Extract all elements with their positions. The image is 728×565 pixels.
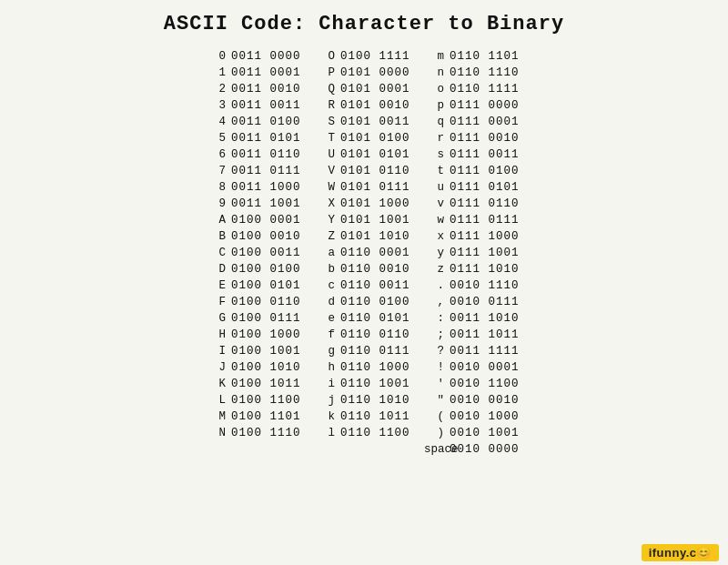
char-cell: f	[315, 327, 340, 343]
bin-cell: 0110 0101	[340, 310, 413, 327]
table-row: g0110 0111	[315, 343, 413, 359]
char-cell: (	[424, 409, 450, 425]
table-row: U0101 0101	[315, 146, 413, 163]
bin-cell: 0111 1001	[450, 245, 522, 261]
bin-cell: 0010 0001	[450, 359, 522, 376]
bin-cell: 0101 1000	[340, 196, 413, 212]
table-row: q0111 0001	[424, 114, 522, 130]
bin-cell: 0110 1111	[450, 81, 522, 97]
table-row: !0010 0001	[424, 359, 522, 376]
table-row: X0101 1000	[315, 196, 413, 212]
char-cell: "	[424, 392, 450, 409]
table-row: d0110 0100	[315, 294, 413, 310]
table-row: x0111 1000	[424, 228, 522, 245]
bin-cell: 0011 0110	[231, 146, 304, 163]
table-row: Q0101 0001	[315, 81, 413, 97]
bin-cell: 0101 0110	[340, 163, 413, 179]
table-row: )0010 1001	[424, 425, 522, 441]
bin-cell: 0111 0001	[450, 114, 522, 130]
bin-cell: 0011 0111	[231, 163, 304, 179]
char-cell: w	[424, 212, 450, 228]
table-row: O0100 1111	[315, 48, 413, 65]
char-cell: 7	[206, 163, 231, 179]
table-row: 50011 0101	[206, 130, 304, 146]
char-cell: 2	[206, 81, 231, 97]
char-cell: B	[206, 228, 231, 245]
table-row: C0100 0011	[206, 245, 304, 261]
bin-cell: 0110 1001	[340, 376, 413, 392]
bin-cell: 0101 0000	[340, 65, 413, 81]
char-cell: )	[424, 425, 450, 441]
table-row: 20011 0010	[206, 81, 304, 97]
char-cell: c	[315, 277, 340, 294]
bin-cell: 0111 0000	[450, 97, 522, 114]
char-cell: e	[315, 310, 340, 327]
bin-cell: 0010 1001	[450, 425, 522, 441]
table-row: :0011 1010	[424, 310, 522, 327]
table-row: F0100 0110	[206, 294, 304, 310]
bin-cell: 0011 0001	[231, 65, 304, 81]
bin-cell: 0100 0011	[231, 245, 304, 261]
table-row: n0110 1110	[424, 65, 522, 81]
bin-cell: 0100 0001	[231, 212, 304, 228]
char-cell: x	[424, 228, 450, 245]
table-row: K0100 1011	[206, 376, 304, 392]
char-cell: 5	[206, 130, 231, 146]
char-cell: 4	[206, 114, 231, 130]
table-row: Z0101 1010	[315, 228, 413, 245]
char-cell: space	[424, 441, 450, 458]
bin-cell: 0011 0010	[231, 81, 304, 97]
char-cell: o	[424, 81, 450, 97]
bin-cell: 0110 0110	[340, 327, 413, 343]
table-row: ?0011 1111	[424, 343, 522, 359]
bin-cell: 0100 1100	[231, 392, 304, 409]
char-cell: t	[424, 163, 450, 179]
table-row: '0010 1100	[424, 376, 522, 392]
bin-cell: 0110 1110	[450, 65, 522, 81]
table-row: h0110 1000	[315, 359, 413, 376]
bin-cell: 0100 1010	[231, 359, 304, 376]
table-row: (0010 1000	[424, 409, 522, 425]
char-cell: K	[206, 376, 231, 392]
bin-cell: 0100 1101	[231, 409, 304, 425]
table-row: 30011 0011	[206, 97, 304, 114]
table-row: N0100 1110	[206, 425, 304, 441]
char-cell: 6	[206, 146, 231, 163]
table-row: p0111 0000	[424, 97, 522, 114]
bin-cell: 0011 1010	[450, 310, 522, 327]
table-row: t0111 0100	[424, 163, 522, 179]
bin-cell: 0011 0100	[231, 114, 304, 130]
bin-cell: 0010 1100	[450, 376, 522, 392]
table-row: 40011 0100	[206, 114, 304, 130]
char-cell: r	[424, 130, 450, 146]
char-cell: E	[206, 277, 231, 294]
table-row: 90011 1001	[206, 196, 304, 212]
char-cell: W	[315, 179, 340, 196]
char-cell: :	[424, 310, 450, 327]
table-row: D0100 0100	[206, 261, 304, 277]
table-row: k0110 1011	[315, 409, 413, 425]
table-row: ;0011 1011	[424, 327, 522, 343]
table-row: S0101 0011	[315, 114, 413, 130]
bin-cell: 0110 0011	[340, 277, 413, 294]
table-row: R0101 0010	[315, 97, 413, 114]
table-row: 70011 0111	[206, 163, 304, 179]
table-row: V0101 0110	[315, 163, 413, 179]
char-cell: 0	[206, 48, 231, 65]
table-row: v0111 0110	[424, 196, 522, 212]
bin-cell: 0111 0010	[450, 130, 522, 146]
table-area: 00011 000010011 000120011 001030011 0011…	[18, 48, 710, 458]
char-cell: b	[315, 261, 340, 277]
table-row: y0111 1001	[424, 245, 522, 261]
bin-cell: 0010 0000	[450, 441, 522, 458]
table-row: .0010 1110	[424, 277, 522, 294]
bin-cell: 0110 1000	[340, 359, 413, 376]
table-row: s0111 0011	[424, 146, 522, 163]
char-cell: s	[424, 146, 450, 163]
table-row: a0110 0001	[315, 245, 413, 261]
table-row: "0010 0010	[424, 392, 522, 409]
char-cell: H	[206, 327, 231, 343]
table-row: f0110 0110	[315, 327, 413, 343]
table-row: 00011 0000	[206, 48, 304, 65]
char-cell: F	[206, 294, 231, 310]
